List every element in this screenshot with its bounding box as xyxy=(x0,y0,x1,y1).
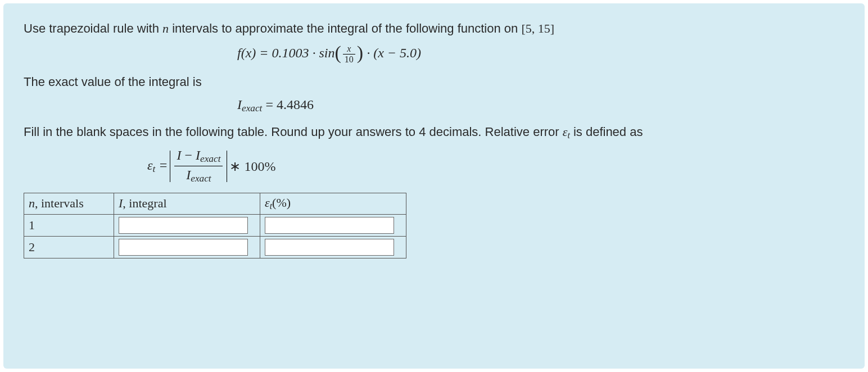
fx-frac-num: x xyxy=(343,44,355,55)
table-row: 2 xyxy=(24,236,406,258)
abs-bar-right-icon xyxy=(227,151,227,182)
intro-paragraph: Use trapezoidal rule with n intervals to… xyxy=(24,19,844,38)
col-header-e: εt(%) xyxy=(260,193,406,214)
function-equation: f(x) = 0.1003 · sin(x10) · (x − 5.0) xyxy=(237,44,844,65)
error-frac-den: Iexact xyxy=(174,166,223,184)
cell-e-2 xyxy=(260,236,406,258)
table-header-row: n, intervals I, integral εt(%) xyxy=(24,193,406,214)
exact-equation: Iexact = 4.4846 xyxy=(237,97,844,114)
rparen-icon: ) xyxy=(357,42,363,63)
table-row: 1 xyxy=(24,214,406,236)
input-e-2[interactable] xyxy=(265,239,394,256)
Iexact-I: I xyxy=(237,97,242,112)
fill-text-post: is defined as xyxy=(570,125,643,139)
input-I-2[interactable] xyxy=(119,239,248,256)
col-header-I: I, integral xyxy=(114,193,260,214)
eps-lhs: εt = xyxy=(147,158,168,175)
col-header-n: n, intervals xyxy=(24,193,114,214)
error-equation: εt = I − Iexact Iexact ∗ 100% xyxy=(147,148,844,185)
question-card: Use trapezoidal rule with n intervals to… xyxy=(3,3,865,369)
Iexact-value: = 4.4846 xyxy=(262,97,314,112)
input-I-1[interactable] xyxy=(119,217,248,234)
fx-fraction: x10 xyxy=(343,44,355,65)
fx-lhs: f(x) = 0.1003 · sin xyxy=(237,46,335,60)
answer-table: n, intervals I, integral εt(%) 1 2 xyxy=(24,193,406,258)
fill-text-pre: Fill in the blank spaces in the followin… xyxy=(24,125,563,139)
cell-I-2 xyxy=(114,236,260,258)
fx-rhs: · (x − 5.0) xyxy=(363,46,421,60)
error-frac-num: I − Iexact xyxy=(174,148,223,166)
Iexact-sub: exact xyxy=(242,103,262,114)
input-e-1[interactable] xyxy=(265,217,394,234)
fx-frac-den: 10 xyxy=(343,55,355,65)
exact-label: The exact value of the integral is xyxy=(24,72,844,92)
intro-var-n: n xyxy=(162,21,169,35)
error-fraction: I − Iexact Iexact xyxy=(174,148,223,185)
interval-text: [5, 15] xyxy=(521,21,554,35)
cell-n-2: 2 xyxy=(24,236,114,258)
intro-text-mid: intervals to approximate the integral of… xyxy=(169,21,521,35)
intro-text-pre: Use trapezoidal rule with xyxy=(24,21,162,35)
cell-I-1 xyxy=(114,214,260,236)
lparen-icon: ( xyxy=(335,42,341,63)
fill-paragraph: Fill in the blank spaces in the followin… xyxy=(24,123,844,143)
cell-n-1: 1 xyxy=(24,214,114,236)
cell-e-1 xyxy=(260,214,406,236)
error-times-100: ∗ 100% xyxy=(229,158,275,174)
abs-bar-left-icon xyxy=(170,151,170,182)
